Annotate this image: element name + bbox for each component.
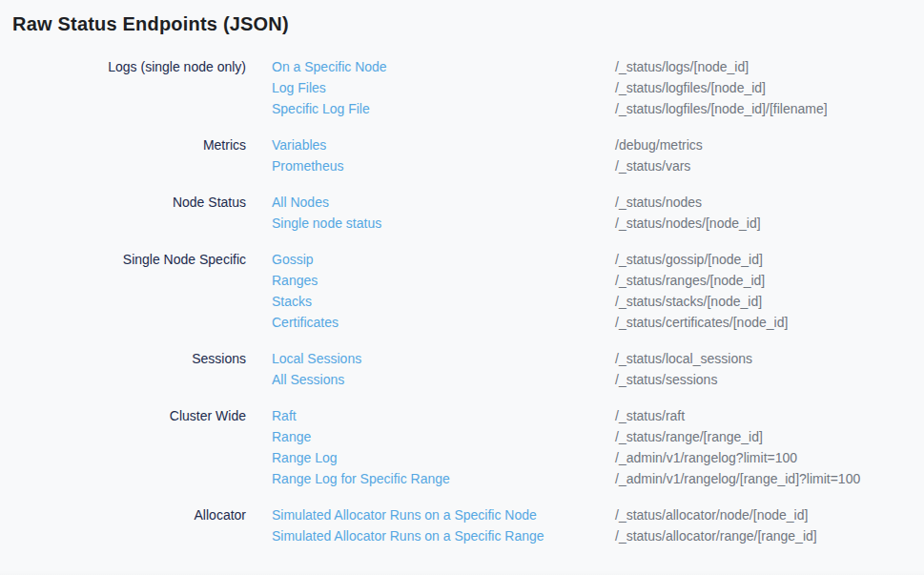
endpoint-group: Cluster Wide RaftRangeRange LogRange Log…	[0, 405, 924, 489]
endpoints-column: /_status/local_sessions/_status/sessions	[615, 348, 924, 390]
category-label: Logs (single node only)	[0, 56, 272, 119]
endpoint-path: /_status/logs/[node_id]	[615, 56, 924, 77]
endpoint-path: /_status/allocator/range/[range_id]	[615, 525, 924, 546]
links-column: Local SessionsAll Sessions	[272, 348, 615, 390]
endpoints-column: /_status/allocator/node/[node_id]/_statu…	[615, 504, 924, 546]
links-column: On a Specific NodeLog FilesSpecific Log …	[272, 56, 615, 119]
endpoint-path: /_status/nodes	[615, 192, 924, 213]
endpoints-column: /_status/logs/[node_id]/_status/logfiles…	[615, 56, 924, 119]
endpoint-link[interactable]: On a Specific Node	[272, 56, 387, 77]
links-column: GossipRangesStacksCertificates	[272, 249, 615, 333]
endpoint-link[interactable]: Range Log	[272, 447, 338, 468]
endpoint-link[interactable]: Stacks	[272, 291, 312, 312]
links-column: VariablesPrometheus	[272, 134, 615, 176]
endpoint-link[interactable]: Simulated Allocator Runs on a Specific R…	[272, 525, 544, 546]
links-column: RaftRangeRange LogRange Log for Specific…	[272, 405, 615, 489]
endpoint-link[interactable]: All Sessions	[272, 369, 344, 390]
endpoint-path: /_status/logfiles/[node_id]	[615, 77, 924, 98]
endpoint-path: /_status/vars	[615, 155, 924, 176]
endpoint-path: /_status/allocator/node/[node_id]	[615, 504, 924, 525]
endpoints-column: /_status/nodes/_status/nodes/[node_id]	[615, 192, 924, 234]
endpoint-link[interactable]: Prometheus	[272, 155, 343, 176]
bottom-fade	[0, 570, 924, 575]
endpoint-group: Allocator Simulated Allocator Runs on a …	[0, 504, 924, 546]
endpoint-path: /_status/certificates/[node_id]	[615, 312, 924, 333]
endpoint-group: Single Node Specific GossipRangesStacksC…	[0, 249, 924, 333]
links-column: Simulated Allocator Runs on a Specific N…	[272, 504, 615, 546]
endpoint-link[interactable]: Single node status	[272, 213, 381, 234]
endpoint-groups: Logs (single node only) On a Specific No…	[0, 56, 924, 546]
endpoint-path: /_status/local_sessions	[615, 348, 924, 369]
endpoint-path: /_admin/v1/rangelog/[range_id]?limit=100	[615, 468, 924, 489]
page-title: Raw Status Endpoints (JSON)	[12, 12, 924, 35]
endpoint-link[interactable]: Raft	[272, 405, 297, 426]
category-label: Node Status	[0, 192, 272, 234]
endpoint-group: Sessions Local SessionsAll Sessions /_st…	[0, 348, 924, 390]
raw-status-endpoints-page: Raw Status Endpoints (JSON) Logs (single…	[0, 12, 924, 575]
endpoint-group: Logs (single node only) On a Specific No…	[0, 56, 924, 119]
endpoint-group: Metrics VariablesPrometheus /debug/metri…	[0, 134, 924, 176]
endpoint-path: /_admin/v1/rangelog?limit=100	[615, 447, 924, 468]
endpoint-path: /_status/gossip/[node_id]	[615, 249, 924, 270]
links-column: All NodesSingle node status	[272, 192, 615, 234]
endpoint-link[interactable]: Local Sessions	[272, 348, 361, 369]
category-label: Metrics	[0, 134, 272, 176]
category-label: Cluster Wide	[0, 405, 272, 489]
endpoint-link[interactable]: Specific Log File	[272, 98, 370, 119]
endpoint-path: /_status/stacks/[node_id]	[615, 291, 924, 312]
endpoint-link[interactable]: Range	[272, 426, 311, 447]
category-label: Allocator	[0, 504, 272, 546]
endpoint-path: /_status/raft	[615, 405, 924, 426]
category-label: Sessions	[0, 348, 272, 390]
endpoint-link[interactable]: Gossip	[272, 249, 314, 270]
endpoint-path: /_status/ranges/[node_id]	[615, 270, 924, 291]
endpoint-link[interactable]: All Nodes	[272, 192, 329, 213]
endpoint-link[interactable]: Simulated Allocator Runs on a Specific N…	[272, 504, 537, 525]
endpoints-column: /_status/gossip/[node_id]/_status/ranges…	[615, 249, 924, 333]
endpoint-link[interactable]: Certificates	[272, 312, 339, 333]
endpoint-link[interactable]: Log Files	[272, 77, 326, 98]
endpoint-path: /_status/logfiles/[node_id]/[filename]	[615, 98, 924, 119]
endpoint-link[interactable]: Ranges	[272, 270, 318, 291]
endpoint-path: /_status/range/[range_id]	[615, 426, 924, 447]
endpoint-path: /_status/nodes/[node_id]	[615, 213, 924, 234]
endpoint-link[interactable]: Variables	[272, 134, 326, 155]
endpoint-group: Node Status All NodesSingle node status …	[0, 192, 924, 234]
endpoints-column: /_status/raft/_status/range/[range_id]/_…	[615, 405, 924, 489]
endpoints-column: /debug/metrics/_status/vars	[615, 134, 924, 176]
endpoint-path: /debug/metrics	[615, 134, 924, 155]
endpoint-path: /_status/sessions	[615, 369, 924, 390]
endpoint-link[interactable]: Range Log for Specific Range	[272, 468, 450, 489]
category-label: Single Node Specific	[0, 249, 272, 333]
